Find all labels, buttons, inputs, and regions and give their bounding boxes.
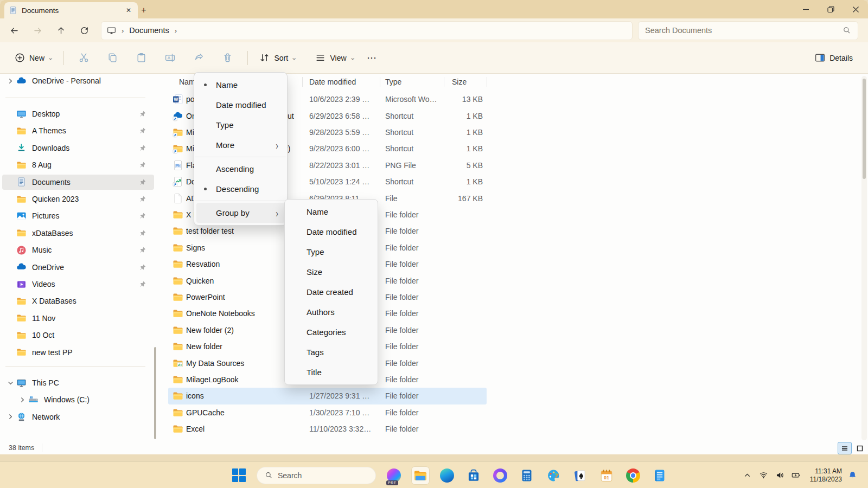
close-button[interactable] bbox=[843, 0, 868, 18]
sort-menu-item-group-by[interactable]: Group by› bbox=[196, 203, 285, 223]
column-divider[interactable] bbox=[302, 77, 303, 87]
taskbar-calendar-icon[interactable]: 01 bbox=[598, 467, 615, 484]
taskbar-clock[interactable]: 11:31 AM 11/18/2023 bbox=[810, 467, 842, 484]
delete-button[interactable] bbox=[216, 48, 239, 67]
group-menu-item-date-modified[interactable]: Date modified bbox=[287, 222, 375, 242]
tab-close-icon[interactable]: ✕ bbox=[124, 5, 133, 15]
column-header-size[interactable]: Size bbox=[452, 76, 467, 88]
column-divider[interactable] bbox=[487, 77, 487, 87]
sidebar-item-this-pc[interactable]: This PC bbox=[2, 375, 154, 390]
sidebar-item-pictures[interactable]: Pictures bbox=[2, 208, 154, 223]
sidebar-item-documents[interactable]: Documents bbox=[2, 175, 154, 190]
sidebar-item-onedrive[interactable]: OneDrive bbox=[2, 260, 154, 275]
file-row-icons[interactable]: icons1/27/2023 9:31 …File folder bbox=[168, 388, 487, 404]
taskbar-copilot-circle-icon[interactable] bbox=[492, 467, 509, 484]
column-divider[interactable] bbox=[444, 77, 444, 87]
file-row-excel[interactable]: Excel11/10/2023 3:32…File folder bbox=[168, 421, 487, 437]
column-divider[interactable] bbox=[380, 77, 380, 87]
taskbar-search[interactable]: Search bbox=[257, 467, 376, 484]
group-menu-item-categories[interactable]: Categories bbox=[287, 322, 375, 342]
group-menu-item-authors[interactable]: Authors bbox=[287, 302, 375, 322]
details-view-toggle[interactable] bbox=[838, 442, 852, 454]
large-icons-view-toggle[interactable] bbox=[853, 442, 867, 454]
sidebar-item-x-databases[interactable]: X DataBases bbox=[2, 293, 154, 309]
sidebar-scrollbar[interactable] bbox=[154, 347, 156, 439]
group-menu-item-type[interactable]: Type bbox=[287, 242, 375, 262]
details-button[interactable]: Details bbox=[809, 48, 858, 67]
back-icon[interactable] bbox=[5, 21, 23, 40]
battery-icon[interactable] bbox=[790, 470, 802, 481]
chevron-right-icon[interactable] bbox=[4, 78, 16, 84]
chevron-right-icon[interactable] bbox=[16, 397, 28, 403]
taskbar-solitaire-icon[interactable] bbox=[571, 467, 589, 484]
group-menu-item-tags[interactable]: Tags bbox=[287, 342, 375, 362]
column-header-type[interactable]: Type bbox=[385, 76, 401, 88]
sort-menu-item-ascending[interactable]: Ascending bbox=[196, 159, 285, 179]
taskbar-microsoft-store-icon[interactable] bbox=[465, 467, 482, 484]
rename-button[interactable]: A bbox=[159, 48, 181, 67]
sidebar-item-music[interactable]: Music bbox=[2, 242, 154, 258]
taskbar-copilot-icon[interactable]: PRE bbox=[385, 467, 403, 484]
chevron-up-icon[interactable] bbox=[742, 470, 754, 481]
sidebar-item-onedrive-personal[interactable]: OneDrive - Personal bbox=[2, 73, 154, 88]
sidebar-item-a-themes[interactable]: A Themes bbox=[2, 123, 154, 138]
see-more-button[interactable]: ⋯ bbox=[360, 50, 384, 66]
notification-bell-icon[interactable] bbox=[846, 470, 858, 481]
view-button[interactable]: View ⌄ bbox=[309, 48, 360, 67]
sort-menu-item-type[interactable]: Type bbox=[196, 115, 285, 135]
new-tab-button[interactable]: + bbox=[138, 4, 150, 16]
paste-button[interactable] bbox=[130, 48, 152, 67]
breadcrumb-chevron-icon[interactable]: › bbox=[118, 27, 127, 35]
volume-icon[interactable] bbox=[774, 470, 786, 481]
sidebar-item-videos[interactable]: Videos bbox=[2, 277, 154, 292]
sidebar-item-new-test-pp[interactable]: new test PP bbox=[2, 345, 154, 360]
sidebar-item-quicken-2023[interactable]: Quicken 2023 bbox=[2, 191, 154, 207]
wifi-icon[interactable] bbox=[758, 470, 770, 481]
copy-button[interactable] bbox=[101, 48, 124, 67]
taskbar-calculator-icon[interactable] bbox=[518, 467, 535, 484]
search-box[interactable]: Search Documents bbox=[638, 21, 858, 40]
group-menu-item-title[interactable]: Title bbox=[287, 362, 375, 382]
refresh-icon[interactable] bbox=[75, 21, 93, 40]
sidebar-item-windows-c[interactable]: Windows (C:) bbox=[2, 392, 166, 407]
search-icon[interactable] bbox=[843, 26, 851, 35]
sort-menu-item-descending[interactable]: Descending bbox=[196, 179, 285, 199]
address-bar[interactable]: › Documents › bbox=[101, 21, 633, 40]
sort-menu-item-more[interactable]: More› bbox=[196, 135, 285, 155]
minimize-button[interactable] bbox=[793, 0, 818, 18]
scrollbar-thumb[interactable] bbox=[863, 79, 866, 179]
taskbar-notepad-icon[interactable] bbox=[651, 467, 668, 484]
cut-button[interactable] bbox=[73, 48, 95, 67]
sidebar-item-network[interactable]: Network bbox=[2, 409, 154, 425]
restore-button[interactable] bbox=[818, 0, 843, 18]
tab-documents[interactable]: Documents ✕ bbox=[4, 2, 138, 18]
column-header-date-modified[interactable]: Date modified bbox=[309, 76, 356, 88]
sidebar-item-10-oct[interactable]: 10 Oct bbox=[2, 328, 154, 343]
sort-menu-item-name[interactable]: Name bbox=[196, 75, 285, 95]
group-menu-item-name[interactable]: Name bbox=[287, 202, 375, 222]
taskbar-paint-icon[interactable] bbox=[545, 467, 562, 484]
breadcrumb-documents[interactable]: Documents bbox=[129, 26, 169, 35]
taskbar-chrome-icon[interactable] bbox=[624, 467, 642, 484]
group-menu-item-date-created[interactable]: Date created bbox=[287, 282, 375, 302]
forward-icon[interactable] bbox=[28, 21, 47, 40]
breadcrumb-chevron-icon[interactable]: › bbox=[171, 27, 180, 35]
sidebar-item-8-aug[interactable]: 8 Aug bbox=[2, 157, 154, 172]
sort-button[interactable]: Sort ⌄ bbox=[253, 48, 302, 67]
up-icon[interactable] bbox=[52, 21, 70, 40]
group-menu-item-size[interactable]: Size bbox=[287, 262, 375, 282]
sidebar-item-desktop[interactable]: Desktop bbox=[2, 106, 154, 121]
vertical-scrollbar[interactable] bbox=[861, 76, 867, 440]
sort-menu-item-date-modified[interactable]: Date modified bbox=[196, 95, 285, 115]
taskbar-edge-icon[interactable] bbox=[438, 467, 456, 484]
chevron-down-icon[interactable] bbox=[4, 380, 16, 386]
start-button[interactable] bbox=[230, 467, 247, 484]
share-button[interactable] bbox=[188, 48, 210, 67]
sidebar-item-11-nov[interactable]: 11 Nov bbox=[2, 311, 154, 326]
taskbar-file-explorer-icon[interactable] bbox=[412, 467, 429, 484]
chevron-right-icon[interactable] bbox=[4, 414, 16, 420]
file-row-gpucache[interactable]: GPUCache1/30/2023 7:10 …File folder bbox=[168, 404, 487, 421]
sidebar-item-xdatabases[interactable]: xDataBases bbox=[2, 226, 154, 241]
sidebar-item-downloads[interactable]: Downloads bbox=[2, 140, 154, 156]
new-button[interactable]: New ⌄ bbox=[9, 48, 58, 67]
